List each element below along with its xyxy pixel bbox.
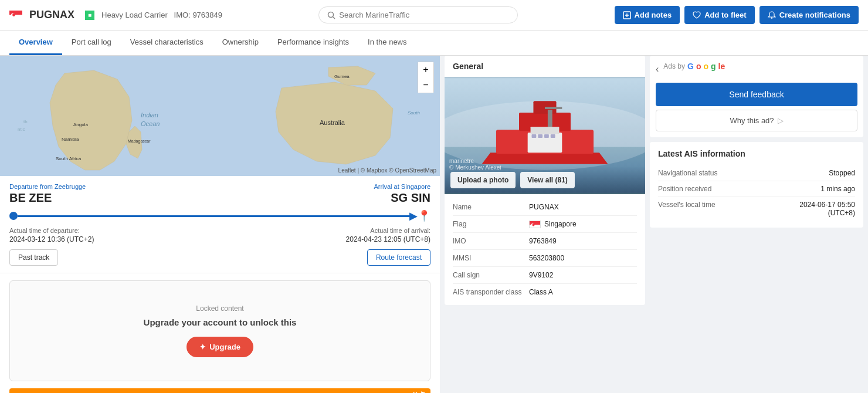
flag-icon xyxy=(529,221,541,228)
ad-close-button[interactable]: ✕ xyxy=(412,391,418,393)
route-line: ▶ 📍 xyxy=(9,209,430,222)
why-ad-icon: ▷ xyxy=(778,116,784,125)
row-value: Class A xyxy=(529,288,553,296)
departure-label: Departure from Zeebrugge xyxy=(9,183,86,190)
create-notifications-button[interactable]: Create notifications xyxy=(760,6,859,24)
svg-text:ntic: ntic xyxy=(18,127,25,132)
row-value: 563203800 xyxy=(529,254,564,262)
table-row: Flag Singapore xyxy=(453,216,637,233)
arrival-code: SG SIN xyxy=(374,191,430,205)
google-g2: g xyxy=(711,62,716,71)
search-icon xyxy=(327,11,335,19)
heart-icon xyxy=(693,11,701,19)
route-ports: Departure from Zeebrugge BE ZEE Arrival … xyxy=(9,183,430,205)
departure-time-value: 2024-03-12 10:36 (UTC+2) xyxy=(9,235,94,243)
search-input[interactable] xyxy=(339,11,509,19)
map-svg: Namibia South Africa Angola Madagascar I… xyxy=(0,56,440,176)
vessel-name: PUGNAX xyxy=(29,9,74,21)
main-layout: Namibia South Africa Angola Madagascar I… xyxy=(0,56,868,393)
svg-text:Australia: Australia xyxy=(320,119,345,126)
row-key: AIS transponder class xyxy=(453,288,529,296)
ads-by-label: Ads by xyxy=(663,62,685,70)
svg-text:Indian: Indian xyxy=(141,111,158,118)
svg-text:Namibia: Namibia xyxy=(62,137,79,142)
zoom-out-button[interactable]: − xyxy=(418,77,433,93)
why-this-ad-button[interactable]: Why this ad? ▷ xyxy=(656,110,857,131)
google-logo: G xyxy=(687,62,694,71)
add-notes-button[interactable]: Add notes xyxy=(615,6,680,24)
bell-icon xyxy=(768,11,776,19)
right-panel: ‹ Ads by G o o g le Send feedback Why th… xyxy=(645,56,868,393)
row-key: Flag xyxy=(453,220,529,228)
locked-subtitle: Upgrade your account to unlock this xyxy=(22,317,418,327)
svg-line-5 xyxy=(333,16,335,19)
row-key: Call sign xyxy=(453,271,529,279)
general-card: General xyxy=(445,56,645,305)
table-row: IMO 9763849 xyxy=(453,233,637,250)
row-key: MMSI xyxy=(453,254,529,262)
route-forecast-button[interactable]: Route forecast xyxy=(367,249,430,266)
map-area[interactable]: Namibia South Africa Angola Madagascar I… xyxy=(0,56,440,176)
header: PUGNAX ■ Heavy Load Carrier IMO: 9763849… xyxy=(0,0,868,31)
svg-text:Guinea: Guinea xyxy=(334,74,350,79)
svg-rect-35 xyxy=(551,134,555,138)
svg-text:South: South xyxy=(408,110,420,116)
svg-text:Ocean: Ocean xyxy=(141,120,160,127)
route-progress-bar xyxy=(18,215,411,217)
departure-time-label: Actual time of departure: xyxy=(9,227,94,234)
ais-key: Navigational status xyxy=(658,169,717,177)
svg-text:South Africa: South Africa xyxy=(56,156,82,161)
row-value: 9V9102 xyxy=(529,271,553,279)
arrival-time-label: Actual time of arrival: xyxy=(346,227,430,234)
google-o1: o xyxy=(696,62,701,71)
ais-value: 2024-06-17 05:50(UTC+8) xyxy=(799,201,855,217)
nav-tabs: Overview Port call log Vessel characteri… xyxy=(0,31,868,56)
arrival-label: Arrival at Singapore xyxy=(374,183,430,190)
ads-card: ‹ Ads by G o o g le Send feedback Why th… xyxy=(650,56,863,137)
header-actions: Add notes Add to fleet Create notificati… xyxy=(615,6,859,24)
left-panel: Namibia South Africa Angola Madagascar I… xyxy=(0,56,440,393)
send-feedback-button[interactable]: Send feedback xyxy=(656,83,857,106)
ais-card: Latest AIS information Navigational stat… xyxy=(650,142,863,228)
tab-in-the-news[interactable]: In the news xyxy=(358,31,416,55)
ais-key: Vessel's local time xyxy=(658,201,716,217)
upgrade-icon: ✦ xyxy=(199,343,206,351)
add-to-fleet-button[interactable]: Add to fleet xyxy=(684,6,755,24)
upgrade-button[interactable]: ✦ Upgrade xyxy=(187,337,253,357)
search-bar[interactable] xyxy=(318,6,518,23)
tab-port-call-log[interactable]: Port call log xyxy=(62,31,121,55)
vessel-photo: Upload a photo View all (81) marinetrc© … xyxy=(445,77,645,194)
ais-row: Vessel's local time 2024-06-17 05:50(UTC… xyxy=(658,197,855,221)
add-notes-icon xyxy=(623,11,631,19)
svg-text:Madagascar: Madagascar xyxy=(128,139,151,144)
svg-text:Angola: Angola xyxy=(73,122,88,127)
port-arrival: Arrival at Singapore SG SIN xyxy=(374,183,430,205)
route-buttons: Past track Route forecast xyxy=(9,249,430,266)
vessel-status-icon: ■ xyxy=(85,11,94,20)
svg-rect-33 xyxy=(538,134,542,138)
tab-vessel-characteristics[interactable]: Vessel characteristics xyxy=(121,31,213,55)
past-track-button[interactable]: Past track xyxy=(9,249,58,266)
ads-by-header: ‹ Ads by G o o g le xyxy=(656,62,857,77)
tab-ownership[interactable]: Ownership xyxy=(213,31,268,55)
svg-point-39 xyxy=(533,223,535,226)
ais-row: Position received 1 mins ago xyxy=(658,181,855,197)
google-o2: o xyxy=(703,62,708,71)
ad-close-area[interactable]: ✕ ⚑ xyxy=(412,391,426,393)
ais-value: Stopped xyxy=(829,169,855,177)
view-all-photos-button[interactable]: View all (81) xyxy=(520,172,574,188)
general-header: General xyxy=(445,56,645,77)
ads-by-google: Ads by G o o g le xyxy=(663,62,725,71)
arrival-time-value: 2024-04-23 12:05 (UTC+8) xyxy=(346,235,430,243)
middle-panel: General xyxy=(440,56,645,393)
ad-banner: Спорт там, де ви! ✕ ⚑ xyxy=(9,388,430,393)
tab-performance-insights[interactable]: Performance insights xyxy=(268,31,358,55)
tab-overview[interactable]: Overview xyxy=(9,31,62,55)
row-key: IMO xyxy=(453,237,529,245)
upload-photo-button[interactable]: Upload a photo xyxy=(450,172,516,188)
zoom-in-button[interactable]: + xyxy=(418,62,433,77)
ads-back-button[interactable]: ‹ xyxy=(656,64,659,74)
svg-rect-32 xyxy=(532,134,537,138)
arrival-time-block: Actual time of arrival: 2024-04-23 12:05… xyxy=(346,227,430,243)
row-value: Singapore xyxy=(529,220,577,228)
